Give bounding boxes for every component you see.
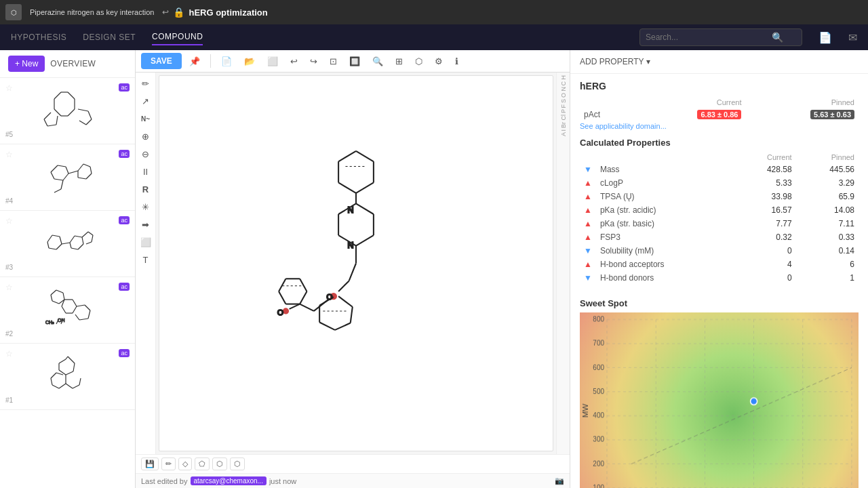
pact-current: 6.83 ± 0.86 [633, 108, 746, 121]
new-doc-tool[interactable]: 📄 [216, 54, 237, 69]
svg-line-80 [51, 373, 56, 378]
element-h[interactable]: H [560, 75, 567, 80]
grid-tool[interactable]: ⊞ [391, 54, 408, 69]
svg-line-8 [44, 113, 51, 119]
mail-icon[interactable]: ✉ [848, 31, 857, 44]
nav-compound[interactable]: COMPOUND [152, 29, 203, 45]
open-tool[interactable]: 📂 [239, 54, 260, 69]
list-item[interactable]: ☆ [0, 344, 135, 410]
element-br[interactable]: Br [560, 122, 567, 128]
star-icon[interactable]: ☆ [5, 283, 13, 292]
svg-line-27 [78, 178, 86, 179]
svg-line-77 [59, 384, 66, 388]
compound-badge: ac [119, 83, 130, 92]
trend-icon: ▲ [580, 230, 596, 244]
new-button[interactable]: + New [8, 56, 45, 72]
element-p[interactable]: P [560, 109, 567, 113]
list-item[interactable]: ☆ [0, 211, 135, 277]
svg-line-6 [54, 92, 61, 99]
prop-current: 7.77 [733, 217, 795, 230]
element-c[interactable]: C [560, 81, 567, 86]
svg-line-62 [88, 310, 90, 319]
svg-line-58 [62, 306, 66, 313]
add-property-button[interactable]: ADD PROPERTY ▾ [580, 57, 650, 66]
settings-tool[interactable]: ⚙ [430, 54, 448, 69]
screenshot-icon[interactable]: 📷 [555, 476, 564, 485]
redo-tool[interactable]: ↪ [305, 54, 322, 69]
text-tool[interactable]: T [138, 251, 154, 268]
hex-tool[interactable]: ⬡ [410, 54, 427, 69]
save-mol-button[interactable]: 💾 [141, 458, 159, 470]
element-cl[interactable]: Cl [560, 115, 567, 121]
pin-tool[interactable]: 📌 [184, 54, 205, 69]
mol-svg-5 [37, 85, 98, 129]
prop-pinned: 0.33 [796, 230, 859, 244]
pentagon-shape[interactable]: ⬠ [195, 458, 210, 470]
applicability-link[interactable]: See applicability domain... [580, 122, 667, 130]
svg-line-35 [49, 248, 56, 249]
sweet-spot-canvas [580, 312, 859, 488]
svg-line-30 [54, 189, 61, 192]
parallel-tool[interactable]: II [138, 163, 154, 180]
star-icon[interactable]: ☆ [5, 83, 13, 93]
trend-icon: ▲ [580, 203, 596, 217]
star-icon[interactable]: ☆ [5, 216, 13, 226]
pact-label: pAct [580, 108, 633, 121]
search-input[interactable] [646, 33, 768, 42]
svg-line-63 [79, 319, 88, 320]
svg-line-14 [86, 119, 92, 125]
svg-line-64 [75, 314, 79, 320]
document-icon[interactable]: 📄 [818, 31, 832, 44]
save-button[interactable]: SAVE [141, 53, 182, 69]
element-s[interactable]: S [560, 99, 567, 103]
zoom-tool[interactable]: 🔍 [368, 54, 388, 69]
svg-line-79 [51, 378, 52, 385]
svg-line-36 [47, 242, 49, 248]
list-item[interactable]: ☆ #5 [0, 78, 135, 144]
pencil-tool[interactable]: ✏ [138, 75, 154, 92]
nitrogen-label[interactable]: N~ [138, 110, 154, 127]
r-group-tool[interactable]: R [138, 181, 154, 197]
prop-name: Solubility (mM) [596, 244, 733, 258]
prop-current: 0 [733, 271, 795, 285]
molecule-drawing: N N O [159, 76, 553, 451]
overview-button[interactable]: OVERVIEW [50, 59, 96, 68]
add-tool[interactable]: ⊕ [138, 128, 154, 144]
star-icon[interactable]: ☆ [5, 349, 13, 359]
remove-tool[interactable]: ⊖ [138, 146, 154, 162]
diamond-shape[interactable]: ◇ [178, 458, 192, 470]
info-tool[interactable]: ℹ [450, 54, 463, 69]
undo-tool[interactable]: ↩ [285, 54, 302, 69]
edit-mol-button[interactable]: ✏ [161, 458, 176, 470]
rect-tool[interactable]: ⬜ [262, 54, 283, 69]
right-arrow-tool[interactable]: ➡ [138, 216, 154, 232]
element-a[interactable]: A [560, 132, 567, 136]
hexagon-shape[interactable]: ⬡ [212, 458, 227, 470]
svg-line-119 [351, 307, 353, 323]
compound-badge: ac [119, 216, 130, 224]
svg-line-15 [79, 121, 86, 125]
paste-tool[interactable]: 🔲 [344, 54, 365, 69]
rect-draw-tool[interactable]: ⬜ [138, 234, 154, 250]
svg-line-74 [59, 359, 66, 363]
nav-hypothesis[interactable]: HYPOTHESIS [11, 30, 66, 45]
copy-tool[interactable]: ⊡ [325, 54, 342, 69]
element-f[interactable]: F [560, 104, 567, 108]
star-icon[interactable]: ☆ [5, 150, 13, 159]
nav-design-set[interactable]: DESIGN SET [83, 30, 136, 45]
list-item[interactable]: ☆ #4 [0, 144, 135, 211]
hexagon2-shape[interactable]: ⬡ [230, 458, 245, 470]
element-n[interactable]: N [560, 87, 567, 92]
element-i[interactable]: I [560, 129, 567, 131]
element-o[interactable]: O [560, 93, 567, 98]
star-tool[interactable]: ✳ [138, 199, 154, 215]
list-item[interactable]: ☆ OH [0, 277, 135, 344]
calc-prop-row: ▲ pKa (str. acidic) 16.57 14.08 [580, 203, 859, 217]
arrow-tool[interactable]: ↗ [138, 93, 154, 109]
svg-line-70 [73, 363, 75, 371]
svg-line-121 [319, 323, 335, 330]
molecule-preview: OH CH₃ [34, 283, 102, 330]
right-panel: ADD PROPERTY ▾ hERG Current Pinned pAct [570, 50, 868, 488]
pact-pinned: 5.63 ± 0.63 [745, 108, 859, 121]
prop-pinned: 0.14 [796, 244, 859, 258]
